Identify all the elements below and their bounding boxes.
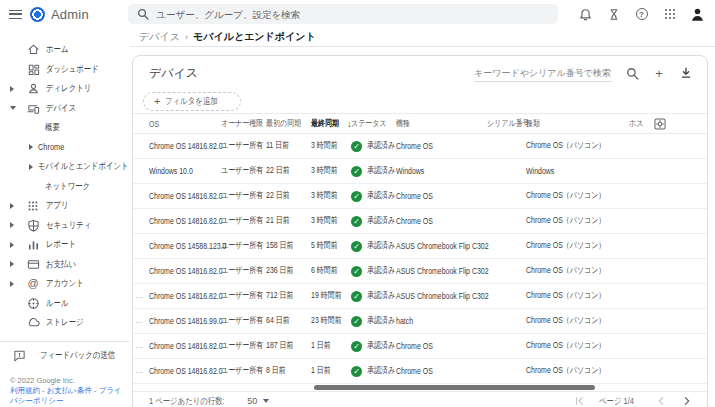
next-page-button[interactable] [681,395,693,407]
expand-right-icon[interactable] [10,86,26,92]
sidebar-bottom: フィードバックの送信 © 2022 Google Inc. 利用規約 - お支払… [0,341,130,406]
device-search[interactable] [474,64,612,82]
table-row[interactable]: Chrome OS 14816.82.0ユーザー所有11 日前3 時間前✓承認済… [133,134,707,159]
column-settings-icon[interactable] [654,118,666,130]
sidebar-item-reports[interactable]: レポート [0,235,130,255]
user-avatar[interactable] [690,7,705,22]
cell-host [629,241,707,251]
column-header-label: 最終同期 [311,118,339,130]
cell-text: Chrome OS 14816.82.0 [149,141,223,151]
send-feedback-button[interactable]: フィードバックの送信 [0,346,130,366]
cell-serial [487,316,526,326]
horizontal-scrollbar[interactable] [133,384,707,391]
sidebar-item-security[interactable]: セキュリティ [0,216,130,236]
sidebar-item-home[interactable]: ホーム [0,40,130,60]
column-header-9[interactable]: ホス [629,118,707,130]
column-header-8[interactable]: 種類 [526,118,629,130]
status-approved-icon: ✓ [351,216,362,227]
expand-right-icon[interactable] [10,281,26,287]
column-header-label: 種類 [526,118,540,130]
status-approved-icon: ✓ [351,366,362,377]
cell-text: 712 日前 [266,290,294,302]
cell-host [629,191,707,201]
sidebar-item-storage[interactable]: ストレージ [0,313,130,333]
table-row[interactable]: Chrome OS 14816.82.0ユーザー所有236 日前6 時間前✓承認… [133,259,707,284]
global-search[interactable] [128,4,558,24]
add-filter-button[interactable]: + フィルタを追加 [143,92,241,111]
table-row[interactable]: …Chrome OS 14816.82.0ユーザー所有187 日前1 日前✓承認… [133,334,707,359]
notifications-bell-icon[interactable] [578,7,593,22]
status-label: 承認済み [367,215,395,227]
table-row[interactable]: …Chrome OS 14816.82.0ユーザー所有712 日前19 時間前✓… [133,284,707,309]
cell-host [629,341,707,351]
sidebar-item-chrome[interactable]: Chrome [0,138,130,158]
cell-text: 3 時間前 [311,215,338,227]
sidebar-item-account[interactable]: @アカウント [0,274,130,294]
previous-page-button[interactable] [655,395,667,407]
expand-right-icon[interactable] [29,164,38,170]
apps-grid-icon[interactable] [662,7,677,22]
cell-text: ユーザー所有 [221,340,263,352]
expand-down-icon[interactable] [10,106,26,110]
table-row[interactable]: Chrome OS 14588.123.0ユーザー所有158 日前5 時間前✓承… [133,234,707,259]
expand-right-icon[interactable] [10,203,26,209]
cell-owner: ユーザー所有 [221,365,266,377]
sidebar-item-devices[interactable]: デバイス [0,99,130,119]
column-header-1[interactable]: OS [149,119,221,129]
sidebar-item-rules[interactable]: ルール [0,294,130,314]
status-approved-icon: ✓ [351,166,362,177]
table-row[interactable]: …Chrome OS 14816.82.0ユーザー所有8 日前1 日前✓承認済み… [133,359,707,384]
rows-per-page-value[interactable]: 50 [247,396,257,406]
sidebar-item-directory[interactable]: ディレクトリ [0,79,130,99]
cell-type: Chrome OS（パソコン） [526,215,629,227]
column-header-7[interactable]: シリアル番号 [487,118,526,130]
cell-first-sync: 236 日前 [266,265,311,277]
status-label: 承認済み [367,165,395,177]
first-page-button[interactable] [573,395,585,407]
legal-link[interactable]: 利用規約 [10,386,40,395]
cell-type: Chrome OS（パソコン） [526,140,629,152]
rules-icon [26,296,40,310]
global-search-input[interactable] [156,9,550,20]
expand-right-icon[interactable] [10,261,26,267]
cloud-icon [26,316,40,330]
expand-right-icon[interactable] [10,242,26,248]
sidebar-item-apps[interactable]: アプリ [0,196,130,216]
sidebar-item-dashboard[interactable]: ダッシュボード [0,60,130,80]
legal-link[interactable]: お支払い条件 [47,386,92,395]
column-header-6[interactable]: 機種 [396,118,487,130]
tasks-hourglass-icon[interactable] [606,7,621,22]
table-row[interactable]: Chrome OS 14816.82.0ユーザー所有21 日前3 時間前✓承認済… [133,209,707,234]
home-icon [26,43,40,57]
column-header-2[interactable]: オーナー権限 [221,118,266,130]
shield-icon [26,218,40,232]
dashboard-icon [26,62,40,76]
sidebar-item-billing[interactable]: お支払い [0,255,130,275]
expand-right-icon[interactable] [10,222,26,228]
cell-text: Chrome OS 14816.82.0 [149,266,223,276]
chevron-down-icon[interactable] [263,399,269,403]
cell-serial [487,366,526,376]
cell-first-sync: 712 日前 [266,290,311,302]
table-row[interactable]: …Chrome OS 14816.99.0ユーザー所有64 日前23 時間前✓承… [133,309,707,334]
sidebar-item-network[interactable]: ネットワーク [0,177,130,197]
scrollbar-thumb[interactable] [314,385,595,390]
breadcrumb-parent[interactable]: デバイス [139,30,180,44]
column-header-3[interactable]: 最初の同期 [266,118,311,130]
expand-right-icon[interactable] [29,144,38,150]
column-header-5[interactable]: ステータス [351,118,396,130]
help-icon[interactable]: ? [634,7,649,22]
table-row[interactable]: Chrome OS 14816.82.0ユーザー所有22 日前3 時間前✓承認済… [133,184,707,209]
search-icon[interactable] [625,66,639,80]
sidebar-item-mobile-endpoints[interactable]: モバイルとエンドポイント [0,157,130,177]
sidebar-item-overview[interactable]: 概要 [0,118,130,138]
add-icon[interactable]: + [652,66,666,80]
column-header-label: ステータス [351,118,387,130]
menu-icon[interactable] [0,10,30,19]
column-header-4[interactable]: 最終同期↓ [311,118,351,130]
table-row[interactable]: Windows 10.0ユーザー所有22 日前3 時間前✓承認済みWindows… [133,159,707,184]
status-label: 承認済み [367,315,395,327]
status-cell: ✓承認済み [351,190,396,202]
device-search-input[interactable] [474,68,612,78]
download-icon[interactable] [679,66,693,80]
